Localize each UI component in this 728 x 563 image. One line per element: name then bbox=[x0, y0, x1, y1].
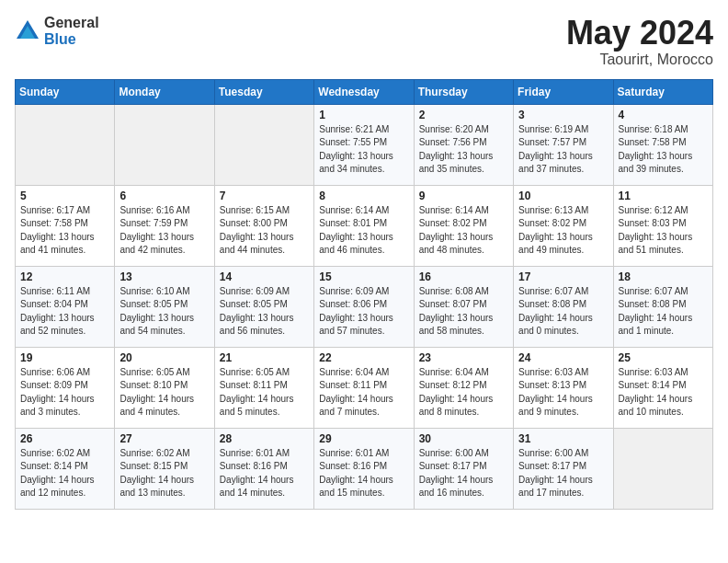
day-number: 18 bbox=[619, 270, 708, 283]
calendar-week-row: 26Sunrise: 6:02 AM Sunset: 8:14 PM Dayli… bbox=[16, 428, 713, 509]
day-info: Sunrise: 6:08 AM Sunset: 8:07 PM Dayligh… bbox=[419, 285, 508, 339]
calendar-cell bbox=[214, 104, 313, 185]
day-number: 2 bbox=[419, 109, 508, 121]
calendar-cell: 18Sunrise: 6:07 AM Sunset: 8:08 PM Dayli… bbox=[613, 266, 712, 347]
calendar-week-row: 5Sunrise: 6:17 AM Sunset: 7:58 PM Daylig… bbox=[16, 185, 713, 266]
calendar-cell: 28Sunrise: 6:01 AM Sunset: 8:16 PM Dayli… bbox=[214, 428, 313, 509]
day-info: Sunrise: 6:02 AM Sunset: 8:14 PM Dayligh… bbox=[20, 447, 109, 500]
day-number: 10 bbox=[518, 190, 608, 202]
day-number: 14 bbox=[220, 270, 309, 283]
calendar-cell: 29Sunrise: 6:01 AM Sunset: 8:16 PM Dayli… bbox=[314, 428, 414, 509]
day-info: Sunrise: 6:12 AM Sunset: 8:03 PM Dayligh… bbox=[619, 204, 708, 258]
calendar-cell: 17Sunrise: 6:07 AM Sunset: 8:08 PM Dayli… bbox=[514, 266, 613, 347]
day-number: 4 bbox=[619, 109, 708, 121]
calendar-cell: 16Sunrise: 6:08 AM Sunset: 8:07 PM Dayli… bbox=[414, 266, 513, 347]
calendar-cell: 7Sunrise: 6:15 AM Sunset: 8:00 PM Daylig… bbox=[214, 185, 313, 266]
day-info: Sunrise: 6:13 AM Sunset: 8:02 PM Dayligh… bbox=[518, 204, 608, 258]
day-info: Sunrise: 6:09 AM Sunset: 8:05 PM Dayligh… bbox=[220, 285, 309, 339]
day-info: Sunrise: 6:05 AM Sunset: 8:10 PM Dayligh… bbox=[119, 366, 209, 419]
day-number: 31 bbox=[518, 432, 608, 445]
calendar-cell: 5Sunrise: 6:17 AM Sunset: 7:58 PM Daylig… bbox=[16, 185, 115, 266]
day-number: 5 bbox=[20, 190, 109, 202]
calendar-cell: 20Sunrise: 6:05 AM Sunset: 8:10 PM Dayli… bbox=[115, 347, 214, 428]
weekday-header: Friday bbox=[514, 79, 613, 104]
calendar-cell: 11Sunrise: 6:12 AM Sunset: 8:03 PM Dayli… bbox=[613, 185, 712, 266]
day-info: Sunrise: 6:07 AM Sunset: 8:08 PM Dayligh… bbox=[619, 285, 708, 339]
day-info: Sunrise: 6:15 AM Sunset: 8:00 PM Dayligh… bbox=[220, 204, 309, 258]
day-info: Sunrise: 6:18 AM Sunset: 7:58 PM Dayligh… bbox=[619, 123, 708, 177]
day-number: 20 bbox=[119, 351, 209, 364]
day-number: 26 bbox=[20, 432, 109, 445]
day-number: 24 bbox=[518, 351, 608, 364]
day-number: 29 bbox=[319, 432, 408, 445]
calendar-cell: 10Sunrise: 6:13 AM Sunset: 8:02 PM Dayli… bbox=[514, 185, 613, 266]
day-number: 9 bbox=[419, 190, 508, 202]
day-info: Sunrise: 6:03 AM Sunset: 8:14 PM Dayligh… bbox=[619, 366, 708, 419]
calendar-cell: 15Sunrise: 6:09 AM Sunset: 8:06 PM Dayli… bbox=[314, 266, 414, 347]
day-number: 12 bbox=[20, 270, 109, 283]
day-number: 19 bbox=[20, 351, 109, 364]
weekday-header: Saturday bbox=[613, 79, 712, 104]
calendar-cell: 27Sunrise: 6:02 AM Sunset: 8:15 PM Dayli… bbox=[115, 428, 214, 509]
day-number: 17 bbox=[518, 270, 608, 283]
day-info: Sunrise: 6:04 AM Sunset: 8:12 PM Dayligh… bbox=[419, 366, 508, 419]
day-info: Sunrise: 6:19 AM Sunset: 7:57 PM Dayligh… bbox=[518, 123, 608, 177]
calendar-week-row: 12Sunrise: 6:11 AM Sunset: 8:04 PM Dayli… bbox=[16, 266, 713, 347]
calendar-table: SundayMondayTuesdayWednesdayThursdayFrid… bbox=[15, 79, 713, 510]
day-info: Sunrise: 6:16 AM Sunset: 7:59 PM Dayligh… bbox=[119, 204, 209, 258]
page-header: General Blue May 2024 Taourirt, Morocco bbox=[15, 15, 713, 68]
calendar-cell: 9Sunrise: 6:14 AM Sunset: 8:02 PM Daylig… bbox=[414, 185, 513, 266]
day-info: Sunrise: 6:05 AM Sunset: 8:11 PM Dayligh… bbox=[220, 366, 309, 419]
calendar-cell: 23Sunrise: 6:04 AM Sunset: 8:12 PM Dayli… bbox=[414, 347, 513, 428]
day-info: Sunrise: 6:14 AM Sunset: 8:01 PM Dayligh… bbox=[319, 204, 408, 258]
calendar-cell: 25Sunrise: 6:03 AM Sunset: 8:14 PM Dayli… bbox=[613, 347, 712, 428]
day-number: 13 bbox=[119, 270, 209, 283]
calendar-cell: 31Sunrise: 6:00 AM Sunset: 8:17 PM Dayli… bbox=[514, 428, 613, 509]
calendar-week-row: 1Sunrise: 6:21 AM Sunset: 7:55 PM Daylig… bbox=[16, 104, 713, 185]
calendar-cell: 21Sunrise: 6:05 AM Sunset: 8:11 PM Dayli… bbox=[214, 347, 313, 428]
day-info: Sunrise: 6:06 AM Sunset: 8:09 PM Dayligh… bbox=[20, 366, 109, 419]
calendar-cell: 30Sunrise: 6:00 AM Sunset: 8:17 PM Dayli… bbox=[414, 428, 513, 509]
day-number: 8 bbox=[319, 190, 408, 202]
day-number: 25 bbox=[619, 351, 708, 364]
day-number: 11 bbox=[619, 190, 708, 202]
weekday-header: Thursday bbox=[414, 79, 513, 104]
day-info: Sunrise: 6:17 AM Sunset: 7:58 PM Dayligh… bbox=[20, 204, 109, 258]
calendar-cell: 13Sunrise: 6:10 AM Sunset: 8:05 PM Dayli… bbox=[115, 266, 214, 347]
calendar-cell bbox=[16, 104, 115, 185]
calendar-cell: 22Sunrise: 6:04 AM Sunset: 8:11 PM Dayli… bbox=[314, 347, 414, 428]
day-number: 7 bbox=[220, 190, 309, 202]
calendar-cell: 24Sunrise: 6:03 AM Sunset: 8:13 PM Dayli… bbox=[514, 347, 613, 428]
calendar-cell bbox=[115, 104, 214, 185]
weekday-header: Sunday bbox=[16, 79, 115, 104]
calendar-cell: 4Sunrise: 6:18 AM Sunset: 7:58 PM Daylig… bbox=[613, 104, 712, 185]
day-info: Sunrise: 6:04 AM Sunset: 8:11 PM Dayligh… bbox=[319, 366, 408, 419]
logo-general: General bbox=[44, 15, 99, 31]
weekday-header: Tuesday bbox=[214, 79, 313, 104]
weekday-header: Monday bbox=[115, 79, 214, 104]
day-number: 16 bbox=[419, 270, 508, 283]
day-number: 27 bbox=[119, 432, 209, 445]
day-number: 22 bbox=[319, 351, 408, 364]
calendar-week-row: 19Sunrise: 6:06 AM Sunset: 8:09 PM Dayli… bbox=[16, 347, 713, 428]
day-number: 30 bbox=[419, 432, 508, 445]
day-info: Sunrise: 6:00 AM Sunset: 8:17 PM Dayligh… bbox=[419, 447, 508, 500]
day-info: Sunrise: 6:01 AM Sunset: 8:16 PM Dayligh… bbox=[319, 447, 408, 500]
calendar-cell: 6Sunrise: 6:16 AM Sunset: 7:59 PM Daylig… bbox=[115, 185, 214, 266]
month-year: May 2024 bbox=[566, 15, 713, 52]
location: Taourirt, Morocco bbox=[566, 52, 713, 68]
day-info: Sunrise: 6:21 AM Sunset: 7:55 PM Dayligh… bbox=[319, 123, 408, 177]
weekday-header-row: SundayMondayTuesdayWednesdayThursdayFrid… bbox=[16, 79, 713, 104]
day-info: Sunrise: 6:00 AM Sunset: 8:17 PM Dayligh… bbox=[518, 447, 608, 500]
calendar-cell: 8Sunrise: 6:14 AM Sunset: 8:01 PM Daylig… bbox=[314, 185, 414, 266]
day-info: Sunrise: 6:20 AM Sunset: 7:56 PM Dayligh… bbox=[419, 123, 508, 177]
day-number: 3 bbox=[518, 109, 608, 121]
calendar-cell: 14Sunrise: 6:09 AM Sunset: 8:05 PM Dayli… bbox=[214, 266, 313, 347]
calendar-cell: 26Sunrise: 6:02 AM Sunset: 8:14 PM Dayli… bbox=[16, 428, 115, 509]
logo-icon bbox=[15, 18, 40, 44]
day-number: 23 bbox=[419, 351, 508, 364]
logo-blue: Blue bbox=[44, 31, 99, 48]
day-number: 1 bbox=[319, 109, 408, 121]
day-number: 21 bbox=[220, 351, 309, 364]
day-info: Sunrise: 6:07 AM Sunset: 8:08 PM Dayligh… bbox=[518, 285, 608, 339]
